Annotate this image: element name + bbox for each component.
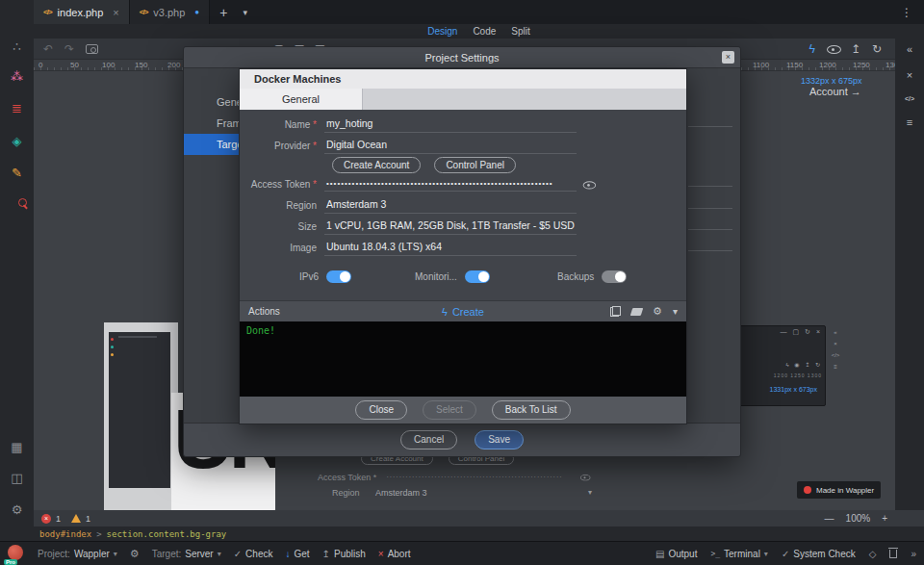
output-button[interactable]: ▤ Output	[655, 549, 697, 559]
required-asterisk: *	[313, 179, 317, 190]
close-button[interactable]: Close	[355, 400, 407, 420]
name-input[interactable]: my_hoting	[324, 116, 577, 133]
copy-icon[interactable]	[610, 306, 621, 317]
close-modal-icon[interactable]: ×	[722, 51, 734, 64]
warning-icon[interactable]	[71, 514, 81, 523]
form-underline-fragment	[688, 186, 732, 187]
control-panel-button[interactable]: Control Panel	[434, 157, 516, 173]
check-button[interactable]: ✓ Check	[234, 549, 273, 559]
target-selector[interactable]: Target: Server ▾	[152, 549, 221, 559]
diamond-icon[interactable]: ◇	[869, 549, 877, 559]
cancel-button[interactable]: Cancel	[400, 430, 457, 449]
redo-icon[interactable]: ↷	[64, 43, 74, 55]
canvas-dimensions-label: 1332px x 675px	[801, 76, 862, 86]
form-underline-fragment	[688, 208, 732, 209]
create-account-button[interactable]: Create Account	[332, 157, 421, 173]
actions-icons: ⚙ ▾	[610, 305, 678, 318]
database-icon[interactable]: ≣	[0, 102, 34, 115]
share-network-icon[interactable]: ◈	[0, 135, 34, 147]
backups-label: Backups	[557, 271, 594, 282]
breadcrumb-body-index[interactable]: body#index	[39, 529, 91, 539]
close-panel-icon[interactable]: ×	[907, 69, 912, 81]
preview-eye-icon[interactable]	[827, 42, 839, 55]
create-machine-button[interactable]: ϟ Create	[442, 306, 484, 318]
project-selector[interactable]: Project: Wappler ▾	[38, 549, 117, 559]
terminal-button[interactable]: >_ Terminal ▾	[710, 549, 767, 559]
publish-icon: ↥	[322, 549, 330, 559]
settings-gear-icon[interactable]: ⚙	[0, 503, 34, 516]
screenshot-icon[interactable]	[86, 44, 98, 54]
more-icon[interactable]: »	[911, 549, 916, 559]
code-panel-icon[interactable]: </>	[905, 95, 914, 102]
page-thumbnail	[109, 332, 170, 488]
menu-panel-icon[interactable]: ≡	[907, 116, 912, 128]
tab-index-php[interactable]: </> index.php ×	[34, 0, 130, 24]
blocks-icon[interactable]: ▦	[0, 441, 34, 453]
tab-list-caret-icon[interactable]: ▾	[237, 0, 253, 24]
get-button[interactable]: ↓ Get	[285, 549, 309, 559]
caret-down-icon: ▾	[114, 550, 117, 558]
reveal-token-icon-bg[interactable]	[580, 473, 589, 481]
bolt-icon[interactable]: ϟ	[809, 43, 815, 55]
kebab-menu-icon[interactable]: ⋮	[889, 0, 924, 24]
terminal-output[interactable]: Done!	[240, 321, 686, 397]
provider-buttons-row: Create Account Control Panel	[332, 156, 686, 173]
made-in-wappler-badge[interactable]: Made in Wappler	[797, 481, 881, 499]
region-caret-icon-bg[interactable]: ▾	[588, 488, 592, 497]
save-button[interactable]: Save	[475, 430, 524, 449]
zoom-in-button[interactable]: +	[882, 513, 887, 524]
region-select[interactable]: Amsterdam 3	[324, 196, 577, 214]
backups-toggle[interactable]	[602, 270, 627, 283]
tab-v3-php[interactable]: </> v3.php ●	[130, 0, 210, 24]
abort-button[interactable]: × Abort	[378, 549, 411, 559]
tab-general[interactable]: General	[240, 89, 363, 110]
check-icon: ✓	[234, 549, 242, 559]
form-row-access-token: Access Token * •••••••••••••••••••••••••…	[240, 173, 686, 194]
gear-icon[interactable]: ⚙	[653, 305, 662, 318]
tab-split[interactable]: Split	[511, 26, 529, 37]
system-check-button[interactable]: ✓ System Check	[782, 549, 856, 559]
tab-design[interactable]: Design	[427, 26, 457, 37]
account-link[interactable]: Account →	[809, 86, 861, 97]
eraser-icon[interactable]	[630, 308, 644, 316]
undo-icon[interactable]: ↶	[43, 43, 53, 55]
region-value-bg: Amsterdam 3	[375, 488, 427, 498]
components-cluster-icon[interactable]: ⁂	[0, 70, 34, 83]
breadcrumb-section[interactable]: section.content.bg-gray	[107, 529, 227, 539]
export-icon[interactable]: ↥	[851, 43, 860, 55]
access-token-input[interactable]: ••••••••••••••••••••••••••••••••••••••••…	[324, 177, 577, 192]
collapse-panel-icon[interactable]: «	[907, 43, 912, 55]
styles-icon[interactable]: ∴	[0, 40, 34, 53]
wappler-badge-icon	[804, 486, 811, 494]
provider-select[interactable]: Digital Ocean	[324, 137, 577, 154]
monitoring-toggle[interactable]	[465, 270, 490, 283]
reveal-token-icon[interactable]	[583, 178, 595, 190]
monitoring-label: Monitori...	[415, 271, 457, 282]
access-token-label-bg: Access Token *	[318, 473, 376, 482]
form-underline-fragment	[688, 229, 732, 230]
chevron-down-icon[interactable]: ▾	[673, 306, 678, 317]
docker-panel-icon[interactable]: ◫	[0, 472, 34, 484]
refresh-icon[interactable]: ↻	[872, 43, 882, 55]
user-avatar[interactable]: Pro	[8, 545, 25, 562]
monitoring-toggle-group: Monitori...	[415, 264, 490, 289]
form-row-provider: Provider * Digital Ocean	[240, 135, 686, 156]
select-button[interactable]: Select	[423, 400, 476, 420]
project-settings-gear-icon[interactable]: ⚙	[130, 548, 140, 560]
image-select[interactable]: Ubuntu 18.04.3 (LTS) x64	[324, 239, 577, 256]
trash-icon[interactable]	[889, 550, 897, 558]
ipv6-toggle[interactable]	[326, 270, 351, 283]
add-tab-button[interactable]: +	[210, 0, 237, 24]
size-select[interactable]: 1 vCPU, 1GB RAM, 25GB Disk, 1TB Transfer…	[324, 218, 577, 235]
target-label: Target:	[152, 549, 182, 559]
publish-button[interactable]: ↥ Publish	[322, 549, 366, 559]
tab-code[interactable]: Code	[473, 26, 496, 37]
form-row-image: Image Ubuntu 18.04.3 (LTS) x64	[240, 237, 686, 258]
error-icon[interactable]: ×	[41, 514, 51, 524]
edit-document-icon[interactable]: ✎	[0, 167, 34, 179]
backups-toggle-group: Backups	[557, 264, 627, 289]
project-settings-modal: Project Settings × General Framework Tar…	[183, 46, 741, 457]
zoom-out-button[interactable]: —	[825, 513, 834, 524]
close-tab-icon[interactable]: ×	[113, 7, 118, 18]
back-to-list-button[interactable]: Back To List	[492, 400, 571, 420]
